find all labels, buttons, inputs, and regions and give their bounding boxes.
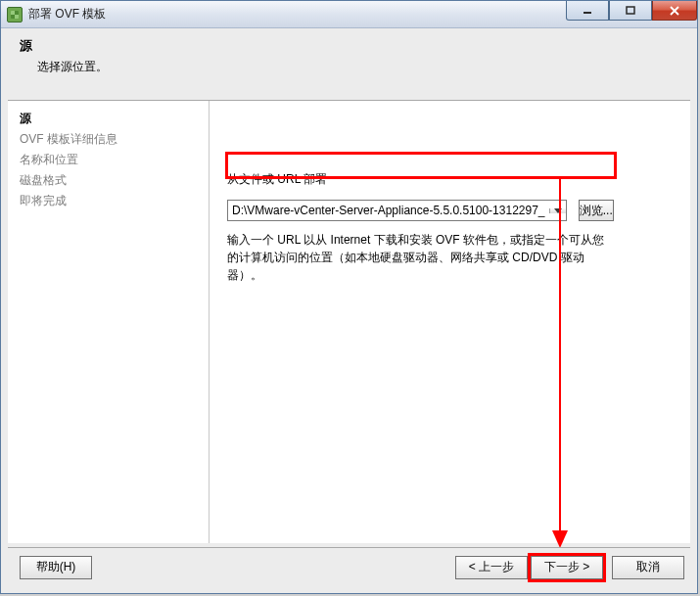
- back-button-label: < 上一步: [469, 559, 514, 575]
- source-path-combo[interactable]: D:\VMware-vCenter-Server-Appliance-5.5.0…: [227, 200, 567, 221]
- chevron-down-icon: [554, 208, 562, 213]
- next-button[interactable]: 下一步 >: [531, 556, 603, 579]
- sidebar-item-disk-format[interactable]: 磁盘格式: [20, 170, 209, 191]
- sidebar-item-label: 源: [20, 112, 31, 125]
- help-button[interactable]: 帮助(H): [20, 556, 92, 579]
- browse-button[interactable]: 浏览...: [579, 200, 615, 221]
- window-title: 部署 OVF 模板: [28, 6, 106, 23]
- minimize-button[interactable]: [566, 1, 609, 21]
- titlebar: 部署 OVF 模板: [1, 1, 697, 28]
- sidebar-item-name-location[interactable]: 名称和位置: [20, 150, 209, 170]
- minimize-icon: [583, 7, 592, 15]
- help-button-label: 帮助(H): [36, 559, 76, 575]
- sidebar-item-label: 名称和位置: [20, 153, 78, 166]
- wizard-steps-sidebar: 源 OVF 模板详细信息 名称和位置 磁盘格式 即将完成: [8, 101, 210, 543]
- client-area: 源 选择源位置。 源 OVF 模板详细信息 名称和位置 磁盘格式 即将完成 从文…: [2, 29, 696, 592]
- deploy-from-label: 从文件或 URL 部署: [227, 171, 677, 188]
- deploy-ovf-window: 部署 OVF 模板 源 选择源位置。 源 OVF 模板详细信息 名称和位置 磁盘…: [0, 0, 698, 594]
- close-icon: [670, 6, 679, 16]
- sidebar-item-source[interactable]: 源: [20, 109, 209, 129]
- sidebar-item-ovf-details[interactable]: OVF 模板详细信息: [20, 129, 209, 150]
- sidebar-item-label: OVF 模板详细信息: [20, 132, 117, 146]
- cancel-button[interactable]: 取消: [612, 556, 684, 579]
- highlight-box-next: 下一步 >: [528, 553, 606, 582]
- source-input-row: D:\VMware-vCenter-Server-Appliance-5.5.0…: [227, 200, 614, 221]
- cancel-button-label: 取消: [636, 559, 660, 575]
- main-split: 源 OVF 模板详细信息 名称和位置 磁盘格式 即将完成 从文件或 URL 部署…: [8, 100, 690, 543]
- close-button[interactable]: [652, 1, 697, 21]
- sidebar-item-label: 磁盘格式: [20, 173, 67, 187]
- wizard-footer: 帮助(H) < 上一步 下一步 > 取消: [8, 547, 690, 586]
- sidebar-item-ready[interactable]: 即将完成: [20, 191, 209, 211]
- source-path-value: D:\VMware-vCenter-Server-Appliance-5.5.0…: [228, 204, 549, 217]
- wizard-header: 源 选择源位置。: [2, 29, 696, 89]
- browse-button-label: 浏览...: [580, 203, 613, 219]
- app-icon: [7, 7, 23, 23]
- header-subtitle: 选择源位置。: [20, 59, 678, 75]
- window-controls: [566, 1, 697, 23]
- source-hint-text: 输入一个 URL 以从 Internet 下载和安装 OVF 软件包，或指定一个…: [227, 231, 614, 284]
- maximize-button[interactable]: [609, 1, 652, 21]
- maximize-icon: [626, 6, 635, 16]
- sidebar-item-label: 即将完成: [20, 194, 67, 207]
- svg-rect-1: [627, 7, 634, 14]
- back-button[interactable]: < 上一步: [455, 556, 528, 579]
- combo-dropdown-button[interactable]: [549, 208, 566, 213]
- content-pane: 从文件或 URL 部署 D:\VMware-vCenter-Server-App…: [210, 101, 690, 543]
- next-button-label: 下一步 >: [544, 559, 589, 575]
- header-title: 源: [20, 37, 678, 55]
